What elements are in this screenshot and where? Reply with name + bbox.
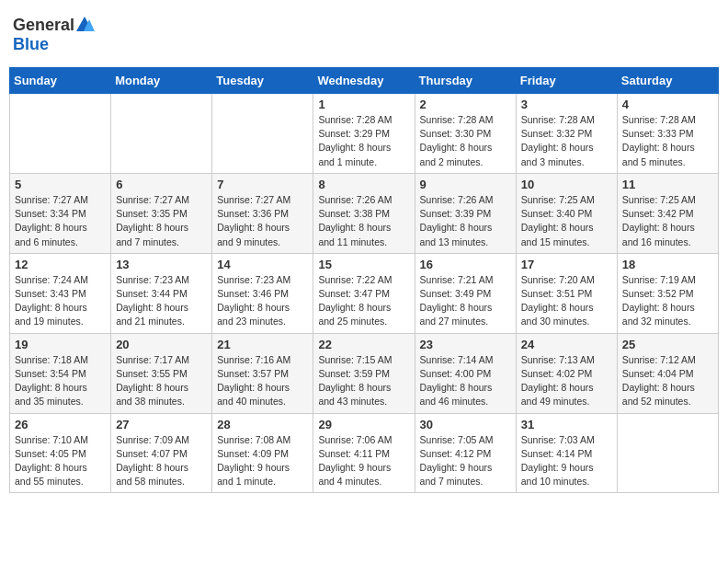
- day-number: 30: [420, 418, 511, 431]
- calendar-cell: 28Sunrise: 7:08 AMSunset: 4:09 PMDayligh…: [212, 413, 313, 493]
- day-number: 9: [420, 178, 511, 191]
- page-header: GeneralBlue: [9, 9, 719, 60]
- day-number: 6: [116, 178, 207, 191]
- day-number: 4: [622, 98, 713, 111]
- day-info: Sunrise: 7:27 AMSunset: 3:34 PMDaylight:…: [15, 193, 106, 249]
- day-info: Sunrise: 7:28 AMSunset: 3:30 PMDaylight:…: [420, 113, 511, 169]
- calendar-cell: 10Sunrise: 7:25 AMSunset: 3:40 PMDayligh…: [516, 173, 617, 253]
- day-info: Sunrise: 7:17 AMSunset: 3:55 PMDaylight:…: [116, 353, 207, 409]
- calendar-cell: 11Sunrise: 7:25 AMSunset: 3:42 PMDayligh…: [617, 173, 718, 253]
- calendar-table: SundayMondayTuesdayWednesdayThursdayFrid…: [9, 67, 719, 493]
- header-saturday: Saturday: [617, 68, 718, 94]
- calendar-cell: 31Sunrise: 7:03 AMSunset: 4:14 PMDayligh…: [516, 413, 617, 493]
- day-number: 19: [15, 338, 106, 351]
- logo-text-general: General: [13, 16, 74, 35]
- day-info: Sunrise: 7:28 AMSunset: 3:29 PMDaylight:…: [318, 113, 409, 169]
- day-info: Sunrise: 7:12 AMSunset: 4:04 PMDaylight:…: [622, 353, 713, 409]
- day-info: Sunrise: 7:24 AMSunset: 3:43 PMDaylight:…: [15, 273, 106, 329]
- day-info: Sunrise: 7:09 AMSunset: 4:07 PMDaylight:…: [116, 433, 207, 489]
- calendar-cell: 9Sunrise: 7:26 AMSunset: 3:39 PMDaylight…: [415, 173, 516, 253]
- day-info: Sunrise: 7:20 AMSunset: 3:51 PMDaylight:…: [521, 273, 612, 329]
- calendar-cell: 8Sunrise: 7:26 AMSunset: 3:38 PMDaylight…: [313, 173, 415, 253]
- day-info: Sunrise: 7:18 AMSunset: 3:54 PMDaylight:…: [15, 353, 106, 409]
- day-number: 3: [521, 98, 612, 111]
- calendar-cell: 15Sunrise: 7:22 AMSunset: 3:47 PMDayligh…: [313, 253, 415, 333]
- day-info: Sunrise: 7:22 AMSunset: 3:47 PMDaylight:…: [318, 273, 409, 329]
- day-number: 15: [318, 258, 409, 271]
- day-number: 26: [15, 418, 106, 431]
- calendar-cell: 29Sunrise: 7:06 AMSunset: 4:11 PMDayligh…: [313, 413, 415, 493]
- day-info: Sunrise: 7:15 AMSunset: 3:59 PMDaylight:…: [318, 353, 409, 409]
- day-number: 23: [420, 338, 511, 351]
- calendar-cell: 4Sunrise: 7:28 AMSunset: 3:33 PMDaylight…: [617, 94, 718, 174]
- calendar-cell: 21Sunrise: 7:16 AMSunset: 3:57 PMDayligh…: [212, 333, 313, 413]
- calendar-cell: 7Sunrise: 7:27 AMSunset: 3:36 PMDaylight…: [212, 173, 313, 253]
- calendar-cell: 27Sunrise: 7:09 AMSunset: 4:07 PMDayligh…: [111, 413, 212, 493]
- day-number: 5: [15, 178, 106, 191]
- day-info: Sunrise: 7:28 AMSunset: 3:33 PMDaylight:…: [622, 113, 713, 169]
- calendar-week-row: 1Sunrise: 7:28 AMSunset: 3:29 PMDaylight…: [10, 94, 719, 174]
- day-info: Sunrise: 7:27 AMSunset: 3:35 PMDaylight:…: [116, 193, 207, 249]
- header-thursday: Thursday: [415, 68, 516, 94]
- day-info: Sunrise: 7:19 AMSunset: 3:52 PMDaylight:…: [622, 273, 713, 329]
- header-friday: Friday: [516, 68, 617, 94]
- day-number: 2: [420, 98, 511, 111]
- day-info: Sunrise: 7:25 AMSunset: 3:42 PMDaylight:…: [622, 193, 713, 249]
- calendar-cell: 1Sunrise: 7:28 AMSunset: 3:29 PMDaylight…: [313, 94, 415, 174]
- header-wednesday: Wednesday: [313, 68, 415, 94]
- calendar-cell: 30Sunrise: 7:05 AMSunset: 4:12 PMDayligh…: [415, 413, 516, 493]
- day-info: Sunrise: 7:08 AMSunset: 4:09 PMDaylight:…: [217, 433, 308, 489]
- header-sunday: Sunday: [10, 68, 111, 94]
- day-info: Sunrise: 7:25 AMSunset: 3:40 PMDaylight:…: [521, 193, 612, 249]
- header-monday: Monday: [111, 68, 212, 94]
- day-info: Sunrise: 7:21 AMSunset: 3:49 PMDaylight:…: [420, 273, 511, 329]
- day-number: 11: [622, 178, 713, 191]
- day-info: Sunrise: 7:16 AMSunset: 3:57 PMDaylight:…: [217, 353, 308, 409]
- calendar-cell: 3Sunrise: 7:28 AMSunset: 3:32 PMDaylight…: [516, 94, 617, 174]
- day-number: 13: [116, 258, 207, 271]
- day-info: Sunrise: 7:06 AMSunset: 4:11 PMDaylight:…: [318, 433, 409, 489]
- calendar-cell: 5Sunrise: 7:27 AMSunset: 3:34 PMDaylight…: [10, 173, 111, 253]
- calendar-cell: [111, 94, 212, 174]
- calendar-cell: 2Sunrise: 7:28 AMSunset: 3:30 PMDaylight…: [415, 94, 516, 174]
- day-number: 25: [622, 338, 713, 351]
- calendar-cell: 18Sunrise: 7:19 AMSunset: 3:52 PMDayligh…: [617, 253, 718, 333]
- calendar-cell: [617, 413, 718, 493]
- calendar-cell: 12Sunrise: 7:24 AMSunset: 3:43 PMDayligh…: [10, 253, 111, 333]
- day-number: 21: [217, 338, 308, 351]
- day-number: 20: [116, 338, 207, 351]
- calendar-cell: 26Sunrise: 7:10 AMSunset: 4:05 PMDayligh…: [10, 413, 111, 493]
- calendar-cell: 6Sunrise: 7:27 AMSunset: 3:35 PMDaylight…: [111, 173, 212, 253]
- calendar-week-row: 19Sunrise: 7:18 AMSunset: 3:54 PMDayligh…: [10, 333, 719, 413]
- day-info: Sunrise: 7:10 AMSunset: 4:05 PMDaylight:…: [15, 433, 106, 489]
- logo: GeneralBlue: [13, 15, 95, 54]
- day-info: Sunrise: 7:23 AMSunset: 3:46 PMDaylight:…: [217, 273, 308, 329]
- day-number: 24: [521, 338, 612, 351]
- day-number: 7: [217, 178, 308, 191]
- day-number: 8: [318, 178, 409, 191]
- day-number: 18: [622, 258, 713, 271]
- header-tuesday: Tuesday: [212, 68, 313, 94]
- calendar-week-row: 5Sunrise: 7:27 AMSunset: 3:34 PMDaylight…: [10, 173, 719, 253]
- calendar-cell: 16Sunrise: 7:21 AMSunset: 3:49 PMDayligh…: [415, 253, 516, 333]
- logo-text-blue: Blue: [13, 35, 49, 54]
- calendar-cell: 19Sunrise: 7:18 AMSunset: 3:54 PMDayligh…: [10, 333, 111, 413]
- day-info: Sunrise: 7:03 AMSunset: 4:14 PMDaylight:…: [521, 433, 612, 489]
- day-info: Sunrise: 7:27 AMSunset: 3:36 PMDaylight:…: [217, 193, 308, 249]
- day-number: 1: [318, 98, 409, 111]
- calendar-week-row: 12Sunrise: 7:24 AMSunset: 3:43 PMDayligh…: [10, 253, 719, 333]
- day-number: 27: [116, 418, 207, 431]
- calendar-cell: [10, 94, 111, 174]
- day-number: 17: [521, 258, 612, 271]
- day-number: 14: [217, 258, 308, 271]
- day-number: 29: [318, 418, 409, 431]
- day-info: Sunrise: 7:26 AMSunset: 3:39 PMDaylight:…: [420, 193, 511, 249]
- day-number: 12: [15, 258, 106, 271]
- calendar-header-row: SundayMondayTuesdayWednesdayThursdayFrid…: [10, 68, 719, 94]
- day-info: Sunrise: 7:13 AMSunset: 4:02 PMDaylight:…: [521, 353, 612, 409]
- day-info: Sunrise: 7:05 AMSunset: 4:12 PMDaylight:…: [420, 433, 511, 489]
- calendar-cell: 25Sunrise: 7:12 AMSunset: 4:04 PMDayligh…: [617, 333, 718, 413]
- day-number: 28: [217, 418, 308, 431]
- calendar-week-row: 26Sunrise: 7:10 AMSunset: 4:05 PMDayligh…: [10, 413, 719, 493]
- day-number: 22: [318, 338, 409, 351]
